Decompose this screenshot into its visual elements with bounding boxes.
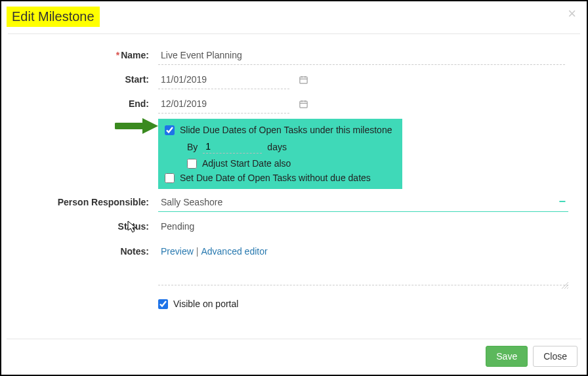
calendar-icon[interactable] — [299, 99, 308, 109]
status-label: Status: — [10, 217, 158, 236]
visible-on-portal-checkbox-row[interactable]: Visible on portal — [158, 297, 578, 311]
adjust-start-date-checkbox[interactable] — [187, 159, 197, 169]
edit-milestone-dialog: × Edit Milestone *Name: Start: — [1, 1, 587, 375]
remove-person-icon[interactable]: − — [558, 196, 566, 207]
svg-rect-0 — [300, 77, 307, 83]
close-button[interactable]: Close — [533, 346, 578, 367]
svg-rect-1 — [300, 101, 307, 108]
set-due-date-row[interactable]: Set Due Date of Open Tasks without due d… — [165, 171, 392, 185]
start-label: Start: — [10, 70, 158, 89]
arrow-annotation-icon — [115, 116, 161, 136]
save-button[interactable]: Save — [486, 346, 528, 367]
end-date-input[interactable] — [158, 94, 289, 114]
visible-on-portal-row: Visible on portal — [158, 297, 578, 311]
notes-advanced-editor-link[interactable]: Advanced editor — [201, 246, 267, 257]
adjust-start-date-label: Adjust Start Date also — [202, 158, 291, 169]
divider — [8, 33, 580, 34]
slide-dates-block: Slide Due Dates of Open Tasks under this… — [158, 119, 578, 189]
slide-due-dates-checkbox-row[interactable]: Slide Due Dates of Open Tasks under this… — [165, 123, 392, 137]
status-row: Status: Pending — [10, 217, 578, 236]
start-row: Start: — [10, 70, 578, 89]
status-value[interactable]: Pending — [158, 217, 578, 236]
person-row: Person Responsible: − — [10, 193, 578, 212]
close-icon[interactable]: × — [568, 7, 576, 21]
set-due-date-label: Set Due Date of Open Tasks without due d… — [180, 173, 371, 183]
dialog-title-highlight: Edit Milestone — [7, 7, 100, 27]
dialog-footer: Save Close — [7, 339, 581, 369]
name-input[interactable] — [158, 46, 565, 65]
by-label: By — [187, 142, 198, 152]
notes-label: Notes: — [10, 242, 158, 261]
by-days-row: By days — [165, 137, 392, 156]
visible-on-portal-label: Visible on portal — [173, 299, 238, 309]
end-label: End: — [10, 94, 158, 113]
name-label: *Name: — [10, 46, 158, 64]
visible-on-portal-checkbox[interactable] — [158, 299, 168, 309]
dialog-title: Edit Milestone — [12, 9, 94, 24]
required-mark: * — [116, 50, 119, 60]
set-due-date-checkbox[interactable] — [165, 173, 175, 183]
notes-textarea[interactable] — [158, 271, 568, 285]
by-days-input[interactable] — [203, 140, 262, 154]
by-unit: days — [267, 142, 287, 152]
person-label: Person Responsible: — [10, 193, 158, 211]
adjust-start-date-row[interactable]: Adjust Start Date also — [165, 156, 392, 171]
notes-preview-link[interactable]: Preview — [161, 246, 194, 257]
notes-row: Notes: Preview|Advanced editor — [10, 242, 578, 287]
slide-due-dates-label: Slide Due Dates of Open Tasks under this… — [180, 125, 392, 135]
end-row: End: — [10, 94, 578, 114]
person-responsible-input[interactable] — [158, 193, 568, 212]
name-row: *Name: — [10, 46, 578, 65]
slide-due-dates-checkbox[interactable] — [165, 125, 175, 135]
resize-grip-icon[interactable] — [562, 282, 568, 289]
start-date-input[interactable] — [158, 70, 289, 89]
calendar-icon[interactable] — [299, 75, 308, 85]
notes-links: Preview|Advanced editor — [158, 242, 578, 261]
